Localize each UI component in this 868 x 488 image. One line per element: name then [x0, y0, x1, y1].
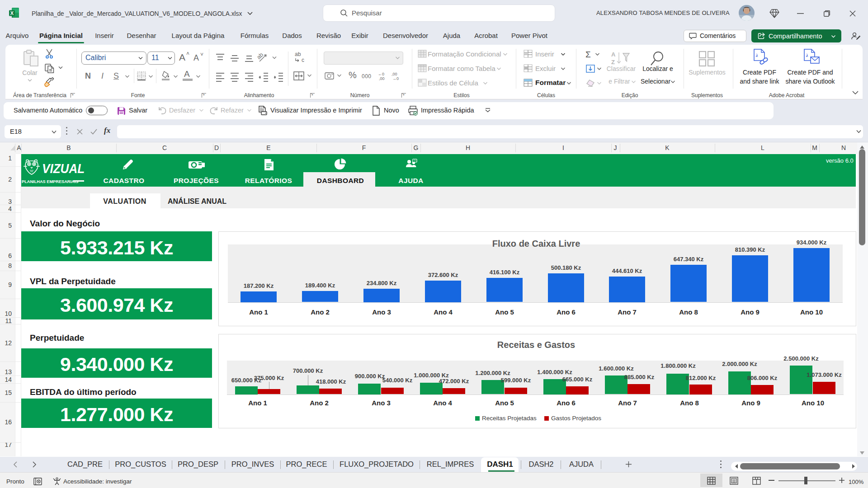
svg-text:,00: ,00: [379, 76, 385, 80]
svg-text:ab: ab: [295, 51, 301, 57]
svg-text:c: c: [302, 57, 304, 63]
svg-text:?: ?: [414, 159, 416, 162]
svg-text:ab: ab: [255, 53, 265, 61]
svg-text:Z: Z: [611, 59, 615, 66]
svg-text:X: X: [10, 10, 14, 16]
svg-text:←0: ←0: [378, 72, 384, 76]
svg-text:λ: λ: [806, 53, 808, 58]
svg-text:,00: ,00: [392, 72, 397, 76]
svg-text:→0: →0: [392, 76, 399, 80]
svg-text:A: A: [611, 51, 616, 58]
svg-text:λ: λ: [755, 53, 758, 58]
